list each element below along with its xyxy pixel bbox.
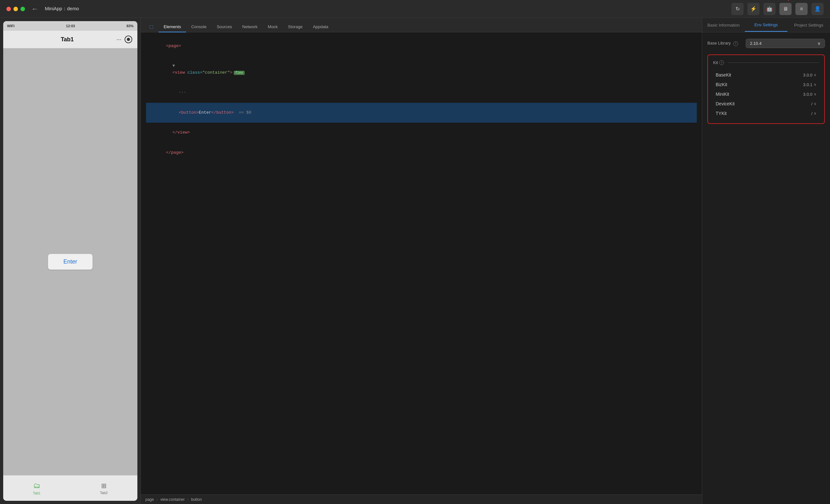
minimize-button[interactable]	[13, 7, 18, 11]
back-button[interactable]: ←	[31, 5, 38, 13]
tab-console[interactable]: Console	[186, 22, 212, 32]
title-bar: ← MiniApp：demo ↻ ⚡ 🤖 🖥 ≡ → 👤	[0, 0, 830, 18]
close-button[interactable]	[6, 7, 11, 11]
wifi-label: WIFI	[7, 24, 14, 28]
right-panel-content: Base Library ? 2.10.4 ∨ Kit ?	[702, 32, 830, 504]
tab2-icon: ⊞	[101, 482, 107, 490]
nav-dots-icon[interactable]: ···	[117, 36, 121, 43]
minikit-row[interactable]: MiniKit 3.0.0 ∨	[713, 89, 819, 99]
tab-selector-tool[interactable]: ⬚	[144, 22, 159, 32]
kit-help-icon[interactable]: ?	[719, 60, 724, 65]
phone-body: Enter	[3, 49, 137, 475]
base-library-value: 2.10.4 ∨	[746, 39, 825, 48]
base-library-dropdown[interactable]: 2.10.4 ∨	[746, 39, 825, 48]
tab1-label: Tab1	[33, 491, 41, 495]
base-library-row: Base Library ? 2.10.4 ∨	[707, 39, 825, 48]
chevron-down-icon: ∨	[818, 41, 821, 46]
tykit-name: TYKit	[716, 111, 811, 116]
phone-tab-bar: 🗂 Tab1 ⊞ Tab2	[3, 475, 137, 501]
screen-icon: 🖥	[783, 6, 788, 12]
basekit-chevron-icon: ∨	[814, 73, 817, 77]
robot-icon: 🤖	[766, 6, 773, 12]
phone-status-bar: WIFI 12:03 83%	[3, 21, 137, 31]
phone-nav-bar: Tab1 ···	[3, 31, 137, 49]
breadcrumb-page[interactable]: page	[146, 497, 154, 502]
tab-appdata[interactable]: Appdata	[308, 22, 333, 32]
screen-button[interactable]: 🖥	[779, 3, 792, 15]
devtools-tabs: ⬚ Elements Console Sources Network Mock …	[141, 18, 702, 32]
devicekit-row[interactable]: DeviceKit / ∨	[713, 99, 819, 108]
robot-button[interactable]: 🤖	[763, 3, 775, 15]
tab-project-settings[interactable]: Project Settings	[788, 19, 830, 31]
tab-storage[interactable]: Storage	[283, 22, 308, 32]
code-line-page-open: <page>	[146, 36, 697, 56]
minikit-name: MiniKit	[716, 92, 803, 97]
tab-mock[interactable]: Mock	[263, 22, 283, 32]
bizkit-row[interactable]: BizKit 3.0.1 ∨	[713, 80, 819, 89]
phone-nav-icons: ···	[117, 35, 132, 43]
maximize-button[interactable]	[21, 7, 25, 11]
bizkit-version: 3.0.1	[803, 82, 812, 87]
basekit-version: 3.0.0	[803, 73, 812, 77]
code-line-dots: ···	[146, 83, 697, 103]
tab-basic-information[interactable]: Basic Information	[702, 19, 745, 31]
tab-elements[interactable]: Elements	[159, 22, 186, 32]
app-title: MiniApp：demo	[45, 6, 731, 12]
kit-section-header: Kit ?	[713, 60, 819, 65]
bizkit-name: BizKit	[716, 82, 803, 87]
minikit-chevron-icon: ∨	[814, 92, 817, 96]
basekit-row[interactable]: BaseKit 3.0.0 ∨	[713, 70, 819, 80]
code-line-view: ▼ <view class="container">flex	[146, 56, 697, 83]
right-panel-tabs: Basic Information Env Settings Project S…	[702, 18, 830, 32]
title-bar-actions: ↻ ⚡ 🤖 🖥 ≡ → 👤	[731, 3, 824, 15]
menu-icon: ≡	[800, 6, 803, 12]
phone-page-title: Tab1	[61, 36, 74, 43]
bizkit-chevron-icon: ∨	[814, 82, 817, 87]
time-label: 12:03	[66, 24, 75, 28]
debug-icon: ⚡	[750, 6, 757, 12]
profile-icon: 👤	[814, 6, 821, 12]
basekit-name: BaseKit	[716, 72, 803, 77]
phone-simulator: WIFI 12:03 83% Tab1 ··· Enter	[0, 18, 141, 504]
flex-badge: flex	[234, 71, 245, 75]
refresh-icon: ↻	[736, 6, 740, 12]
breadcrumb-sep-1: ›	[157, 497, 158, 502]
tykit-version: /	[811, 111, 812, 116]
record-button[interactable]	[125, 35, 132, 43]
kit-label: Kit	[713, 60, 718, 65]
tab2-label: Tab2	[100, 491, 107, 495]
main-content: WIFI 12:03 83% Tab1 ··· Enter	[0, 18, 830, 504]
tab-network[interactable]: Network	[237, 22, 263, 32]
base-library-label: Base Library ?	[707, 41, 746, 46]
tab-env-settings[interactable]: Env Settings	[745, 19, 788, 32]
minikit-version: 3.0.0	[803, 92, 812, 97]
traffic-lights	[6, 7, 25, 11]
kit-header-divider	[728, 62, 819, 63]
devtools-code-view: <page> ▼ <view class="container">flex ··…	[141, 32, 702, 494]
breadcrumb-view-container[interactable]: view.container	[160, 497, 185, 502]
debug-button[interactable]: ⚡	[747, 3, 760, 15]
tab-sources[interactable]: Sources	[212, 22, 237, 32]
tab1-item[interactable]: 🗂 Tab1	[3, 475, 70, 501]
devicekit-name: DeviceKit	[716, 101, 811, 106]
tykit-row[interactable]: TYKit / ∨	[713, 108, 819, 118]
record-icon	[127, 38, 130, 41]
base-library-help-icon[interactable]: ?	[733, 41, 738, 46]
right-panel: Basic Information Env Settings Project S…	[702, 18, 830, 504]
kit-section: Kit ? BaseKit 3.0.0 ∨ BizKit 3.0.1 ∨	[707, 55, 825, 124]
breadcrumb-sep-2: ›	[187, 497, 189, 502]
enter-button[interactable]: Enter	[48, 254, 93, 270]
battery-label: 83%	[126, 24, 133, 28]
tab1-icon: 🗂	[33, 481, 40, 490]
tykit-chevron-icon: ∨	[814, 111, 817, 116]
code-line-page-close: </page>	[146, 143, 697, 163]
devtools-breadcrumb: page › view.container › button	[141, 494, 702, 504]
code-line-button[interactable]: <button>Enter</button> == $0	[146, 103, 697, 123]
code-line-view-close: </view>	[146, 123, 697, 143]
menu-button[interactable]: ≡	[795, 3, 807, 15]
breadcrumb-button[interactable]: button	[191, 497, 202, 502]
refresh-button[interactable]: ↻	[731, 3, 743, 15]
profile-button[interactable]: 👤	[811, 3, 824, 15]
phone-frame: WIFI 12:03 83% Tab1 ··· Enter	[3, 21, 137, 501]
tab2-item[interactable]: ⊞ Tab2	[70, 475, 138, 501]
